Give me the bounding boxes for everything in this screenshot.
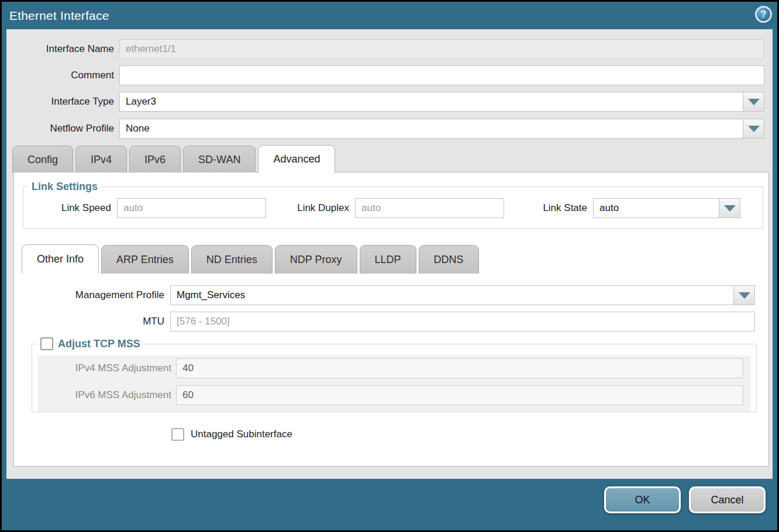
chevron-down-icon <box>739 292 750 299</box>
tab-sdwan[interactable]: SD-WAN <box>183 146 256 173</box>
adjust-tcp-mss-legend: Adjust TCP MSS <box>37 337 144 350</box>
comment-label: Comment <box>2 70 119 81</box>
link-settings-legend-text: Link Settings <box>32 181 98 193</box>
link-duplex-field[interactable] <box>355 198 504 218</box>
untagged-subinterface-checkbox[interactable] <box>171 428 184 441</box>
management-profile-label: Management Profile <box>14 289 170 301</box>
tab-lldp[interactable]: LLDP <box>360 245 416 274</box>
ipv6-mss-row: IPv6 MSS Adjustment <box>37 385 743 405</box>
interface-name-row: Interface Name <box>2 39 777 59</box>
help-icon[interactable]: ? <box>755 6 772 23</box>
ipv6-mss-label: IPv6 MSS Adjustment <box>37 389 176 401</box>
other-info-tabs: Other Info ARP Entries ND Entries NDP Pr… <box>22 244 479 274</box>
main-tabs: Config IPv4 IPv6 SD-WAN Advanced <box>12 145 335 173</box>
link-state-dropdown-button[interactable] <box>719 198 740 218</box>
management-profile-row: Management Profile <box>14 285 755 305</box>
adjust-tcp-mss-fieldset: Adjust TCP MSS IPv4 MSS Adjustment IPv6 … <box>32 337 757 412</box>
ipv4-mss-label: IPv4 MSS Adjustment <box>37 362 176 374</box>
link-speed-label: Link Speed <box>23 202 117 214</box>
mss-disabled-panel: IPv4 MSS Adjustment IPv6 MSS Adjustment <box>37 355 751 412</box>
chevron-down-icon <box>724 205 736 212</box>
tab-ddns[interactable]: DDNS <box>419 245 479 274</box>
ok-button[interactable]: OK <box>604 486 681 513</box>
tab-ndp-proxy[interactable]: NDP Proxy <box>275 245 357 274</box>
ipv4-mss-row: IPv4 MSS Adjustment <box>37 358 743 378</box>
untagged-subinterface-row: Untagged Subinterface <box>171 428 292 441</box>
chevron-down-icon <box>748 99 760 105</box>
tab-ipv4[interactable]: IPv4 <box>75 146 127 173</box>
tab-ipv6[interactable]: IPv6 <box>129 146 181 173</box>
mtu-label: MTU <box>14 316 170 327</box>
link-speed-field[interactable] <box>117 198 266 218</box>
link-settings-legend: Link Settings <box>28 181 101 193</box>
mtu-row: MTU <box>14 312 755 331</box>
interface-type-dropdown-button[interactable] <box>743 92 764 112</box>
tab-config[interactable]: Config <box>12 146 73 173</box>
interface-name-field <box>119 39 764 59</box>
ipv6-mss-field <box>176 385 743 405</box>
interface-type-row: Interface Type <box>2 92 777 112</box>
management-profile-field[interactable] <box>170 285 734 305</box>
comment-field[interactable] <box>119 65 764 85</box>
ethernet-interface-dialog: Ethernet Interface ? Interface Name Comm… <box>2 2 777 530</box>
interface-type-label: Interface Type <box>2 96 119 108</box>
link-state-label: Link State <box>504 202 593 214</box>
adjust-tcp-mss-checkbox[interactable] <box>40 337 53 350</box>
tab-advanced[interactable]: Advanced <box>258 145 335 173</box>
cancel-button[interactable]: Cancel <box>689 486 766 513</box>
tab-arp-entries[interactable]: ARP Entries <box>101 245 189 274</box>
link-state-field[interactable] <box>593 198 719 218</box>
untagged-subinterface-label: Untagged Subinterface <box>191 429 292 440</box>
netflow-profile-row: Netflow Profile <box>2 119 777 139</box>
comment-row: Comment <box>2 65 777 85</box>
adjust-tcp-mss-legend-text: Adjust TCP MSS <box>58 338 140 350</box>
advanced-tab-panel: Link Settings Link Speed Link Duplex Lin… <box>13 172 769 467</box>
page-title: Ethernet Interface <box>2 9 109 23</box>
chevron-down-icon <box>748 126 760 132</box>
tab-nd-entries[interactable]: ND Entries <box>191 245 273 274</box>
netflow-profile-label: Netflow Profile <box>2 123 119 134</box>
link-settings-fieldset: Link Settings Link Speed Link Duplex Lin… <box>23 181 763 229</box>
dialog-footer: OK Cancel <box>2 479 777 530</box>
screenshot: Ethernet Interface ? Interface Name Comm… <box>0 0 779 532</box>
tab-other-info[interactable]: Other Info <box>22 244 99 274</box>
netflow-profile-dropdown-button[interactable] <box>743 119 764 139</box>
title-bar: Ethernet Interface ? <box>2 2 777 29</box>
interface-type-field[interactable] <box>119 92 743 112</box>
ipv4-mss-field <box>176 358 743 378</box>
interface-name-label: Interface Name <box>2 43 119 55</box>
mtu-field[interactable] <box>170 312 755 331</box>
management-profile-dropdown-button[interactable] <box>733 285 755 305</box>
link-duplex-label: Link Duplex <box>266 202 355 214</box>
netflow-profile-field[interactable] <box>119 119 743 139</box>
